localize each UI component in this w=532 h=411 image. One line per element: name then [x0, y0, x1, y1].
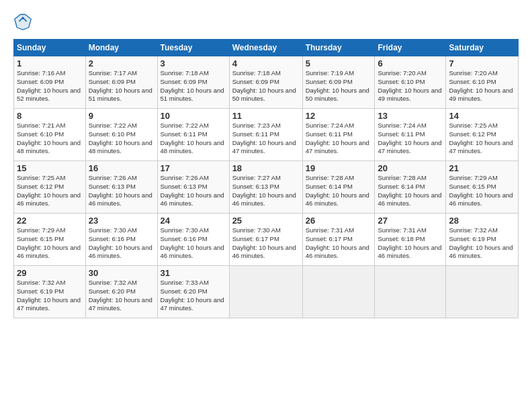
day-number: 4: [232, 58, 300, 68]
day-number: 18: [232, 163, 300, 173]
svg-point-2: [21, 17, 24, 19]
day-number: 25: [232, 216, 300, 226]
calendar-page: SundayMondayTuesdayWednesdayThursdayFrid…: [0, 0, 532, 325]
day-cell: 1Sunrise: 7:16 AMSunset: 6:09 PMDaylight…: [14, 56, 86, 109]
day-number: 23: [89, 216, 154, 226]
logo: [13, 12, 35, 31]
day-info: Sunrise: 7:27 AMSunset: 6:13 PMDaylight:…: [232, 174, 300, 208]
day-cell: [302, 266, 375, 318]
day-info: Sunrise: 7:24 AMSunset: 6:11 PMDaylight:…: [378, 122, 443, 156]
day-number: 20: [378, 163, 443, 173]
day-cell: 30Sunrise: 7:32 AMSunset: 6:20 PMDayligh…: [85, 266, 157, 318]
day-info: Sunrise: 7:32 AMSunset: 6:19 PMDaylight:…: [17, 279, 83, 313]
day-cell: 25Sunrise: 7:30 AMSunset: 6:17 PMDayligh…: [229, 214, 302, 266]
day-info: Sunrise: 7:20 AMSunset: 6:10 PMDaylight:…: [378, 69, 443, 103]
day-number: 17: [161, 163, 226, 173]
week-row-4: 22Sunrise: 7:29 AMSunset: 6:15 PMDayligh…: [14, 214, 519, 266]
day-number: 6: [378, 58, 443, 68]
day-cell: 26Sunrise: 7:31 AMSunset: 6:17 PMDayligh…: [302, 214, 375, 266]
day-info: Sunrise: 7:24 AMSunset: 6:11 PMDaylight:…: [306, 122, 372, 156]
day-info: Sunrise: 7:21 AMSunset: 6:10 PMDaylight:…: [17, 122, 83, 156]
day-number: 31: [161, 268, 226, 278]
day-info: Sunrise: 7:26 AMSunset: 6:13 PMDaylight:…: [161, 174, 226, 208]
day-cell: 9Sunrise: 7:22 AMSunset: 6:10 PMDaylight…: [85, 109, 157, 161]
day-cell: 3Sunrise: 7:18 AMSunset: 6:09 PMDaylight…: [157, 56, 229, 109]
header-row: SundayMondayTuesdayWednesdayThursdayFrid…: [14, 40, 519, 56]
day-info: Sunrise: 7:29 AMSunset: 6:15 PMDaylight:…: [17, 226, 83, 261]
day-info: Sunrise: 7:19 AMSunset: 6:09 PMDaylight:…: [306, 69, 372, 103]
day-number: 24: [161, 216, 226, 226]
day-info: Sunrise: 7:20 AMSunset: 6:10 PMDaylight:…: [449, 69, 515, 103]
day-number: 26: [306, 216, 372, 226]
day-number: 10: [161, 111, 226, 121]
day-info: Sunrise: 7:18 AMSunset: 6:09 PMDaylight:…: [232, 69, 300, 103]
day-number: 14: [449, 111, 515, 121]
day-cell: 17Sunrise: 7:26 AMSunset: 6:13 PMDayligh…: [157, 161, 229, 214]
day-cell: 4Sunrise: 7:18 AMSunset: 6:09 PMDaylight…: [229, 56, 302, 109]
day-cell: 13Sunrise: 7:24 AMSunset: 6:11 PMDayligh…: [375, 109, 446, 161]
day-cell: 6Sunrise: 7:20 AMSunset: 6:10 PMDaylight…: [375, 56, 446, 109]
day-cell: 16Sunrise: 7:26 AMSunset: 6:13 PMDayligh…: [85, 161, 157, 214]
day-cell: 7Sunrise: 7:20 AMSunset: 6:10 PMDaylight…: [446, 56, 519, 109]
day-cell: 15Sunrise: 7:25 AMSunset: 6:12 PMDayligh…: [14, 161, 86, 214]
day-cell: [229, 266, 302, 318]
day-cell: [375, 266, 446, 318]
day-number: 21: [449, 163, 515, 173]
day-cell: 19Sunrise: 7:28 AMSunset: 6:14 PMDayligh…: [302, 161, 375, 214]
week-row-3: 15Sunrise: 7:25 AMSunset: 6:12 PMDayligh…: [14, 161, 519, 214]
day-cell: [446, 266, 519, 318]
day-info: Sunrise: 7:23 AMSunset: 6:11 PMDaylight:…: [232, 122, 300, 156]
day-number: 3: [161, 58, 226, 68]
day-cell: 23Sunrise: 7:30 AMSunset: 6:16 PMDayligh…: [85, 214, 157, 266]
day-number: 13: [378, 111, 443, 121]
day-number: 5: [306, 58, 372, 68]
day-number: 30: [89, 268, 154, 278]
col-header-monday: Monday: [85, 40, 157, 56]
day-number: 19: [306, 163, 372, 173]
day-info: Sunrise: 7:22 AMSunset: 6:11 PMDaylight:…: [161, 122, 226, 156]
day-cell: 18Sunrise: 7:27 AMSunset: 6:13 PMDayligh…: [229, 161, 302, 214]
day-info: Sunrise: 7:30 AMSunset: 6:16 PMDaylight:…: [161, 226, 226, 261]
col-header-sunday: Sunday: [14, 40, 86, 56]
day-number: 27: [378, 216, 443, 226]
day-cell: 27Sunrise: 7:31 AMSunset: 6:18 PMDayligh…: [375, 214, 446, 266]
day-cell: 2Sunrise: 7:17 AMSunset: 6:09 PMDaylight…: [85, 56, 157, 109]
day-number: 22: [17, 216, 83, 226]
day-cell: 24Sunrise: 7:30 AMSunset: 6:16 PMDayligh…: [157, 214, 229, 266]
day-number: 16: [89, 163, 154, 173]
day-info: Sunrise: 7:28 AMSunset: 6:14 PMDaylight:…: [378, 174, 443, 208]
day-info: Sunrise: 7:30 AMSunset: 6:16 PMDaylight:…: [89, 226, 154, 261]
day-number: 1: [17, 58, 83, 68]
calendar-table: SundayMondayTuesdayWednesdayThursdayFrid…: [13, 39, 519, 318]
day-info: Sunrise: 7:31 AMSunset: 6:17 PMDaylight:…: [306, 226, 372, 261]
day-cell: 22Sunrise: 7:29 AMSunset: 6:15 PMDayligh…: [14, 214, 86, 266]
day-number: 28: [449, 216, 515, 226]
day-cell: 29Sunrise: 7:32 AMSunset: 6:19 PMDayligh…: [14, 266, 86, 318]
day-info: Sunrise: 7:31 AMSunset: 6:18 PMDaylight:…: [378, 226, 443, 261]
day-info: Sunrise: 7:25 AMSunset: 6:12 PMDaylight:…: [17, 174, 83, 208]
day-number: 8: [17, 111, 83, 121]
day-cell: 8Sunrise: 7:21 AMSunset: 6:10 PMDaylight…: [14, 109, 86, 161]
day-info: Sunrise: 7:32 AMSunset: 6:19 PMDaylight:…: [449, 226, 515, 261]
day-info: Sunrise: 7:17 AMSunset: 6:09 PMDaylight:…: [89, 69, 154, 103]
day-info: Sunrise: 7:16 AMSunset: 6:09 PMDaylight:…: [17, 69, 83, 103]
day-number: 11: [232, 111, 300, 121]
day-cell: 20Sunrise: 7:28 AMSunset: 6:14 PMDayligh…: [375, 161, 446, 214]
day-number: 9: [89, 111, 154, 121]
day-cell: 12Sunrise: 7:24 AMSunset: 6:11 PMDayligh…: [302, 109, 375, 161]
day-info: Sunrise: 7:26 AMSunset: 6:13 PMDaylight:…: [89, 174, 154, 208]
day-number: 29: [17, 268, 83, 278]
day-cell: 5Sunrise: 7:19 AMSunset: 6:09 PMDaylight…: [302, 56, 375, 109]
day-info: Sunrise: 7:29 AMSunset: 6:15 PMDaylight:…: [449, 174, 515, 208]
svg-marker-0: [16, 13, 30, 30]
header: [13, 12, 519, 31]
day-cell: 28Sunrise: 7:32 AMSunset: 6:19 PMDayligh…: [446, 214, 519, 266]
day-number: 15: [17, 163, 83, 173]
day-info: Sunrise: 7:25 AMSunset: 6:12 PMDaylight:…: [449, 122, 515, 156]
day-cell: 31Sunrise: 7:33 AMSunset: 6:20 PMDayligh…: [157, 266, 229, 318]
day-info: Sunrise: 7:32 AMSunset: 6:20 PMDaylight:…: [89, 279, 154, 313]
day-number: 7: [449, 58, 515, 68]
day-info: Sunrise: 7:33 AMSunset: 6:20 PMDaylight:…: [161, 279, 226, 313]
col-header-saturday: Saturday: [446, 40, 519, 56]
day-number: 12: [306, 111, 372, 121]
